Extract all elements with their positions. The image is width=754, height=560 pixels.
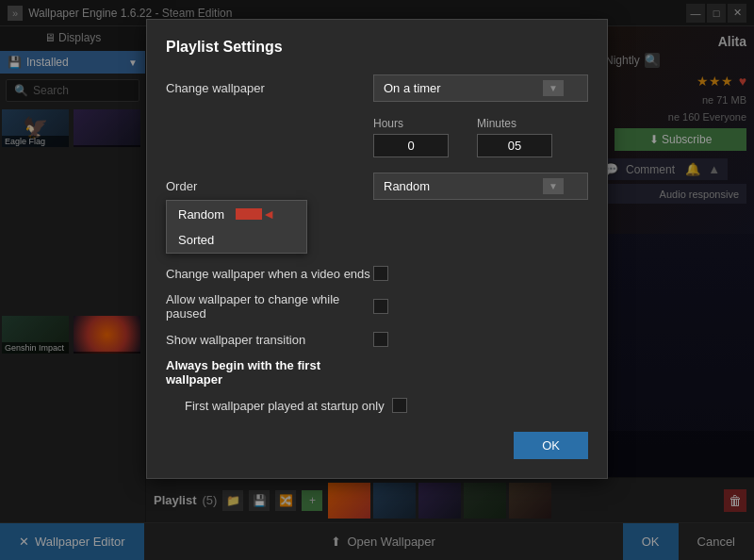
minutes-label: Minutes (477, 117, 552, 130)
startup-only-checkbox[interactable] (392, 398, 407, 413)
sorted-option-label: Sorted (178, 233, 214, 247)
begin-first-row: Always begin with the first wallpaper (166, 358, 588, 387)
minutes-group: Minutes (477, 117, 552, 157)
startup-only-label: First wallpaper played at startup only (185, 399, 392, 413)
modal-ok-button[interactable]: OK (514, 432, 588, 459)
modal-overlay: Playlist Settings Change wallpaper On a … (0, 0, 754, 560)
show-transition-row: Show wallpaper transition (166, 332, 588, 347)
order-value: Random (384, 179, 430, 193)
change-wallpaper-row: Change wallpaper On a timer ▼ (166, 74, 588, 102)
time-inputs: Hours Minutes (166, 117, 588, 157)
show-transition-checkbox[interactable] (373, 332, 388, 347)
video-ends-checkbox[interactable] (373, 266, 388, 281)
change-paused-row: Allow wallpaper to change while paused (166, 292, 588, 321)
chevron-down-icon: ▼ (543, 80, 564, 96)
modal-footer: OK (166, 432, 588, 459)
order-dropdown: Random ◄ Sorted (166, 200, 307, 254)
hours-input[interactable] (373, 134, 449, 157)
modal-title: Playlist Settings (166, 39, 588, 56)
video-ends-label: Change wallpaper when a video ends (166, 267, 373, 281)
order-row: Order Random ▼ Random ◄ S (166, 173, 588, 200)
show-transition-label: Show wallpaper transition (166, 333, 373, 347)
change-wallpaper-label: Change wallpaper (166, 81, 373, 95)
change-wallpaper-select[interactable]: On a timer ▼ (373, 74, 588, 102)
change-wallpaper-value: On a timer (384, 81, 441, 95)
change-paused-checkbox[interactable] (373, 299, 388, 314)
begin-first-label: Always begin with the first wallpaper (166, 358, 373, 387)
random-option-label: Random (178, 207, 224, 222)
hours-group: Hours (373, 117, 449, 157)
change-paused-label: Allow wallpaper to change while paused (166, 292, 373, 321)
video-ends-row: Change wallpaper when a video ends (166, 266, 588, 281)
order-control: Random ▼ Random ◄ Sorted (373, 173, 588, 200)
order-select[interactable]: Random ▼ (373, 173, 588, 200)
dropdown-item-random[interactable]: Random ◄ (167, 201, 306, 227)
order-label: Order (166, 179, 373, 193)
change-wallpaper-control: On a timer ▼ (373, 74, 588, 102)
hours-label: Hours (373, 117, 449, 130)
minutes-input[interactable] (477, 134, 552, 157)
dropdown-item-sorted[interactable]: Sorted (167, 227, 306, 253)
startup-only-row: First wallpaper played at startup only (185, 398, 588, 413)
arrow-indicator: ◄ (236, 206, 275, 222)
playlist-settings-modal: Playlist Settings Change wallpaper On a … (146, 19, 608, 479)
chevron-down-icon: ▼ (543, 178, 564, 194)
